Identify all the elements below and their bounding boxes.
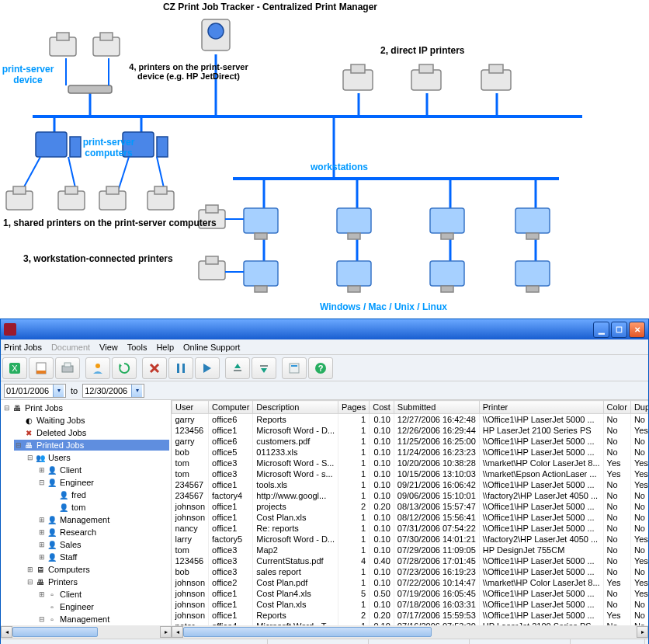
col-printer[interactable]: Printer	[479, 401, 603, 414]
tree-waiting-jobs[interactable]: ◐Waiting Jobs	[14, 415, 169, 426]
cell-duplex: Yes	[630, 555, 648, 566]
tree-printed-jobs[interactable]: ⊟🖶Printed Jobs	[14, 440, 169, 451]
date-to[interactable]: 12/30/2006▾	[82, 384, 144, 398]
chevron-down-icon[interactable]: ▾	[131, 385, 142, 397]
menu-document[interactable]: Document	[51, 343, 90, 352]
scroll-thumb[interactable]	[12, 627, 98, 637]
scroll-thumb[interactable]	[183, 627, 432, 637]
table-row[interactable]: johnsonoffice1Cost Plan.xls10.1008/12/20…	[172, 512, 649, 523]
table-row[interactable]: johnsonoffice1projects20.2008/13/2006 15…	[172, 501, 649, 512]
table-row[interactable]: nancyoffice1Re: reports10.1007/31/2006 0…	[172, 523, 649, 534]
scroll-right-button[interactable]: ▸	[637, 626, 648, 638]
tree-computers[interactable]: ⊞🖥Computers	[26, 564, 169, 575]
table-row[interactable]: johnsonoffice1Reports20.2007/17/2006 15:…	[172, 610, 649, 621]
jobs-table[interactable]: User Computer Description Pages Cost Sub…	[172, 400, 648, 625]
table-row[interactable]: 123456office3CurrentStatus.pdf40.4007/28…	[172, 555, 649, 566]
table-row[interactable]: tomoffice3Microsoft Word - s...10.1010/1…	[172, 468, 649, 479]
user-icon: 👤	[58, 502, 69, 513]
menu-print-jobs[interactable]: Print Jobs	[4, 343, 42, 352]
titlebar[interactable]: ▁ ☐ ✕	[1, 319, 648, 339]
col-duplex[interactable]: Duplex	[630, 401, 648, 414]
col-cost[interactable]: Cost	[370, 401, 394, 414]
cell-pages: 1	[338, 447, 370, 458]
cell-submitted: 11/24/2006 16:23:23	[394, 447, 479, 458]
tree-users[interactable]: ⊟👥Users	[26, 452, 169, 463]
tree-user[interactable]: 👤fred	[49, 489, 169, 500]
table-row[interactable]: garryoffice6customers.pdf10.1011/25/2006…	[172, 436, 649, 447]
tree-user[interactable]: 👤tom	[49, 502, 169, 513]
cell-submitted: 12/26/2006 16:29:44	[394, 425, 479, 436]
tree-printer-group[interactable]: ⊟▫Management	[37, 614, 169, 625]
tree-view[interactable]: ⊟🖶Print Jobs ◐Waiting Jobs ✖Deleted Jobs…	[1, 400, 172, 625]
tree-user-group[interactable]: ⊟👤Engineer	[37, 477, 169, 488]
tb-help[interactable]: ?	[308, 357, 333, 379]
tb-delete[interactable]	[142, 357, 167, 379]
tb-report[interactable]	[29, 357, 54, 379]
cell-user: johnson	[172, 512, 209, 523]
table-row[interactable]: tomoffice3Microsoft Word - S...10.1010/2…	[172, 458, 649, 468]
maximize-button[interactable]: ☐	[611, 322, 627, 338]
table-row[interactable]: larryfactory5Microsoft Word - D...10.100…	[172, 534, 649, 545]
table-row[interactable]: 234567factory4http://www.googl...10.1009…	[172, 490, 649, 501]
menu-tools[interactable]: Tools	[127, 343, 148, 352]
date-from[interactable]: 01/01/2006▾	[4, 384, 66, 398]
chevron-down-icon[interactable]: ▾	[53, 385, 64, 397]
col-pages[interactable]: Pages	[338, 401, 370, 414]
tree-hscroll[interactable]: ◂ ▸	[1, 625, 172, 639]
table-row[interactable]: 123456office1Microsoft Word - D...10.101…	[172, 425, 649, 436]
svg-rect-51	[337, 208, 371, 233]
tree-user-group[interactable]: ⊞👤Research	[37, 527, 169, 538]
menu-view[interactable]: View	[99, 343, 118, 352]
tree-user-group[interactable]: ⊞👤Management	[37, 514, 169, 525]
menu-online-support[interactable]: Online Support	[183, 343, 240, 352]
tb-preferences[interactable]	[282, 357, 307, 379]
cell-user: tom	[172, 458, 209, 468]
table-row[interactable]: garryoffice6Reports10.1012/27/2006 16:42…	[172, 414, 649, 426]
cell-color: No	[603, 599, 630, 610]
tree-deleted-jobs[interactable]: ✖Deleted Jobs	[14, 427, 169, 438]
tb-users[interactable]	[85, 357, 110, 379]
table-row[interactable]: boboffice5011233.xls10.1011/24/2006 16:2…	[172, 447, 649, 458]
cell-cost: 0.20	[370, 501, 394, 512]
tree-root[interactable]: ⊟🖶Print Jobs	[2, 402, 169, 413]
tree-printer-group[interactable]: ⊞▫Client	[37, 589, 169, 600]
minimize-button[interactable]: ▁	[593, 322, 609, 338]
tb-refresh[interactable]	[112, 357, 137, 379]
col-user[interactable]: User	[172, 401, 209, 414]
col-computer[interactable]: Computer	[209, 401, 253, 414]
tb-export-excel[interactable]: X	[2, 357, 27, 379]
col-color[interactable]: Color	[603, 401, 630, 414]
col-submitted[interactable]: Submitted	[394, 401, 479, 414]
tb-resume[interactable]	[195, 357, 220, 379]
svg-rect-80	[234, 370, 241, 371]
grid-hscroll[interactable]: ◂ ▸	[172, 625, 648, 639]
clock-icon: ◐	[23, 415, 34, 426]
table-row[interactable]: 234567office1tools.xls10.1009/21/2006 16…	[172, 479, 649, 490]
table-row[interactable]: tomoffice3Map210.1007/29/2006 11:09:05HP…	[172, 545, 649, 555]
cell-color: No	[603, 523, 630, 534]
cell-cost: 0.10	[370, 512, 394, 523]
tree-user-group[interactable]: ⊞👤Staff	[37, 552, 169, 562]
tree-printer-group[interactable]: ▫Engineer	[37, 601, 169, 612]
close-button[interactable]: ✕	[629, 322, 645, 338]
tb-pause[interactable]	[168, 357, 193, 379]
scroll-right-button[interactable]: ▸	[160, 626, 172, 638]
menu-help[interactable]: Help	[156, 343, 174, 352]
tree-printers[interactable]: ⊟🖶Printers	[26, 576, 169, 587]
table-row[interactable]: johnsonoffice1Cost Plan4.xls50.5007/19/2…	[172, 588, 649, 599]
cell-user: 123456	[172, 425, 209, 436]
cell-description: CurrentStatus.pdf	[253, 555, 338, 566]
tree-user-group[interactable]: ⊞👤Client	[37, 465, 169, 475]
scroll-left-button[interactable]: ◂	[1, 626, 12, 638]
table-row[interactable]: boboffice3sales report10.1007/23/2006 16…	[172, 566, 649, 577]
scroll-left-button[interactable]: ◂	[172, 626, 183, 638]
table-row[interactable]: johnsonoffice2Cost Plan.pdf10.1007/22/20…	[172, 577, 649, 588]
cell-duplex: No	[630, 523, 648, 534]
col-description[interactable]: Description	[253, 401, 338, 414]
table-row[interactable]: johnsonoffice1Cost Plan.xls10.1007/18/20…	[172, 599, 649, 610]
network-diagram: CZ Print Job Tracker - Centralized Print…	[0, 0, 649, 319]
tb-sort-asc[interactable]	[225, 357, 250, 379]
tb-print[interactable]	[55, 357, 80, 379]
tb-sort-desc[interactable]	[252, 357, 276, 379]
tree-user-group[interactable]: ⊞👤Sales	[37, 539, 169, 550]
